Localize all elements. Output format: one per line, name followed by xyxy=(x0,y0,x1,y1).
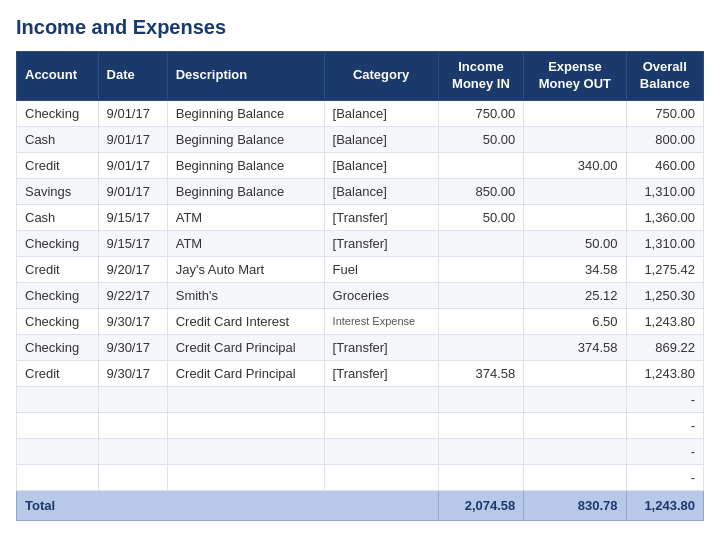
total-label: Total xyxy=(17,490,439,520)
table-cell: 9/30/17 xyxy=(98,308,167,334)
table-cell: Jay's Auto Mart xyxy=(167,256,324,282)
table-cell: 850.00 xyxy=(438,178,524,204)
table-cell: 1,275.42 xyxy=(626,256,703,282)
table-cell: 340.00 xyxy=(524,152,626,178)
table-cell: [Balance] xyxy=(324,126,438,152)
empty-cell xyxy=(524,464,626,490)
table-cell: 1,243.80 xyxy=(626,360,703,386)
table-cell: Checking xyxy=(17,308,99,334)
table-cell: [Transfer] xyxy=(324,334,438,360)
table-row: Savings9/01/17Beginning Balance[Balance]… xyxy=(17,178,704,204)
empty-cell xyxy=(324,386,438,412)
empty-cell xyxy=(524,386,626,412)
table-cell: [Transfer] xyxy=(324,230,438,256)
table-cell: Savings xyxy=(17,178,99,204)
table-cell: 9/01/17 xyxy=(98,178,167,204)
empty-cell xyxy=(98,464,167,490)
table-cell xyxy=(438,282,524,308)
table-cell: 800.00 xyxy=(626,126,703,152)
col-category: Category xyxy=(324,52,438,101)
table-cell: 25.12 xyxy=(524,282,626,308)
empty-cell: - xyxy=(626,386,703,412)
table-cell xyxy=(524,126,626,152)
col-income: IncomeMoney IN xyxy=(438,52,524,101)
table-cell: 50.00 xyxy=(438,126,524,152)
table-cell: Cash xyxy=(17,204,99,230)
table-cell: Groceries xyxy=(324,282,438,308)
table-cell: 9/01/17 xyxy=(98,100,167,126)
empty-cell xyxy=(17,464,99,490)
empty-cell xyxy=(438,464,524,490)
table-cell: Checking xyxy=(17,334,99,360)
table-cell: [Transfer] xyxy=(324,204,438,230)
table-cell: Beginning Balance xyxy=(167,126,324,152)
empty-row: - xyxy=(17,464,704,490)
table-cell: Beginning Balance xyxy=(167,152,324,178)
table-cell: 460.00 xyxy=(626,152,703,178)
table-cell: 9/15/17 xyxy=(98,204,167,230)
col-expense: ExpenseMoney OUT xyxy=(524,52,626,101)
table-cell: 1,243.80 xyxy=(626,308,703,334)
empty-cell xyxy=(167,386,324,412)
table-cell: 869.22 xyxy=(626,334,703,360)
col-description: Description xyxy=(167,52,324,101)
table-row: Checking9/30/17Credit Card InterestInter… xyxy=(17,308,704,334)
empty-cell: - xyxy=(626,464,703,490)
empty-row: - xyxy=(17,438,704,464)
table-header-row: Account Date Description Category Income… xyxy=(17,52,704,101)
total-income: 2,074.58 xyxy=(438,490,524,520)
table-cell: 6.50 xyxy=(524,308,626,334)
table-cell: [Balance] xyxy=(324,152,438,178)
col-date: Date xyxy=(98,52,167,101)
table-cell: Beginning Balance xyxy=(167,178,324,204)
table-cell: 9/01/17 xyxy=(98,152,167,178)
page-title: Income and Expenses xyxy=(16,16,704,39)
table-cell: 34.58 xyxy=(524,256,626,282)
table-row: Checking9/30/17Credit Card Principal[Tra… xyxy=(17,334,704,360)
total-balance: 1,243.80 xyxy=(626,490,703,520)
table-row: Cash9/01/17Beginning Balance[Balance]50.… xyxy=(17,126,704,152)
table-cell xyxy=(524,204,626,230)
table-cell: 9/30/17 xyxy=(98,334,167,360)
table-cell: Smith's xyxy=(167,282,324,308)
table-row: Checking9/22/17Smith'sGroceries25.121,25… xyxy=(17,282,704,308)
col-account: Account xyxy=(17,52,99,101)
table-cell: 1,360.00 xyxy=(626,204,703,230)
table-cell: 1,250.30 xyxy=(626,282,703,308)
empty-cell xyxy=(324,412,438,438)
empty-cell xyxy=(17,438,99,464)
table-cell: Beginning Balance xyxy=(167,100,324,126)
table-cell: Cash xyxy=(17,126,99,152)
table-cell xyxy=(438,334,524,360)
table-cell: Checking xyxy=(17,100,99,126)
empty-cell: - xyxy=(626,412,703,438)
table-footer-row: Total 2,074.58 830.78 1,243.80 xyxy=(17,490,704,520)
table-cell: 1,310.00 xyxy=(626,178,703,204)
table-row: Checking9/01/17Beginning Balance[Balance… xyxy=(17,100,704,126)
table-cell: 9/20/17 xyxy=(98,256,167,282)
empty-cell xyxy=(167,412,324,438)
table-cell: Fuel xyxy=(324,256,438,282)
empty-cell xyxy=(17,386,99,412)
table-row: Credit9/01/17Beginning Balance[Balance]3… xyxy=(17,152,704,178)
table-row: Credit9/30/17Credit Card Principal[Trans… xyxy=(17,360,704,386)
table-cell xyxy=(524,360,626,386)
table-cell: Credit xyxy=(17,256,99,282)
table-cell: Checking xyxy=(17,282,99,308)
total-expense: 830.78 xyxy=(524,490,626,520)
table-cell: 9/15/17 xyxy=(98,230,167,256)
col-balance: OverallBalance xyxy=(626,52,703,101)
empty-cell xyxy=(524,438,626,464)
table-cell: Checking xyxy=(17,230,99,256)
table-cell xyxy=(524,100,626,126)
table-row: Checking9/15/17ATM[Transfer]50.001,310.0… xyxy=(17,230,704,256)
table-cell xyxy=(438,230,524,256)
empty-cell xyxy=(438,438,524,464)
table-row: Credit9/20/17Jay's Auto MartFuel34.581,2… xyxy=(17,256,704,282)
empty-cell xyxy=(438,412,524,438)
empty-cell xyxy=(167,464,324,490)
table-cell: [Transfer] xyxy=(324,360,438,386)
empty-cell xyxy=(167,438,324,464)
table-cell xyxy=(438,152,524,178)
table-cell: 9/22/17 xyxy=(98,282,167,308)
